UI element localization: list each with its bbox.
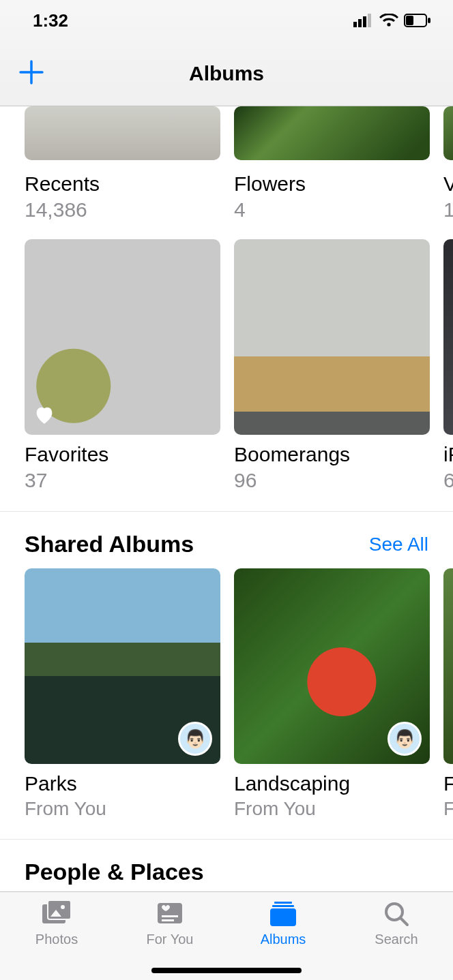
album-flowers[interactable]: Flowers 4 bbox=[234, 106, 430, 221]
svg-line-21 bbox=[400, 918, 407, 925]
page-title: Albums bbox=[189, 62, 264, 85]
status-icons bbox=[353, 14, 431, 27]
tab-search[interactable]: Search bbox=[340, 900, 453, 980]
album-boomerangs[interactable]: Boomerangs 96 bbox=[234, 239, 430, 492]
album-thumbnail bbox=[443, 568, 453, 764]
tab-label: For You bbox=[113, 932, 227, 947]
tab-bar: Photos For You Albums Search bbox=[0, 891, 453, 980]
svg-rect-15 bbox=[162, 915, 178, 917]
album-favorites[interactable]: Favorites 37 bbox=[25, 239, 220, 492]
svg-rect-3 bbox=[368, 14, 371, 27]
heart-icon bbox=[33, 403, 56, 427]
album-title: V bbox=[443, 172, 453, 196]
foryou-icon bbox=[155, 900, 185, 928]
album-thumbnail bbox=[25, 239, 220, 435]
my-albums-row-1[interactable]: Recents 14,386 Flowers 4 V 1 bbox=[0, 106, 453, 221]
album-count: 96 bbox=[234, 469, 430, 492]
album-count: 14,386 bbox=[25, 198, 220, 221]
search-icon bbox=[383, 900, 410, 928]
add-button[interactable] bbox=[19, 57, 44, 90]
album-title: Flowers bbox=[234, 172, 430, 196]
album-count: 37 bbox=[25, 469, 220, 492]
album-thumbnail: 👨🏻 bbox=[234, 568, 430, 764]
svg-rect-0 bbox=[353, 22, 357, 27]
home-indicator[interactable] bbox=[151, 968, 302, 973]
albums-icon bbox=[266, 900, 300, 928]
shared-album-landscaping[interactable]: 👨🏻 Landscaping From You bbox=[234, 568, 430, 820]
svg-rect-1 bbox=[358, 19, 362, 27]
shared-album-partial[interactable]: F F bbox=[443, 568, 453, 820]
album-thumbnail bbox=[25, 106, 220, 160]
nav-bar: Albums bbox=[0, 41, 453, 106]
album-thumbnail bbox=[443, 106, 453, 160]
album-thumbnail bbox=[443, 239, 453, 435]
shared-albums-row[interactable]: 👨🏻 Parks From You 👨🏻 Landscaping From Yo… bbox=[0, 568, 453, 820]
album-subtitle: F bbox=[443, 798, 453, 820]
album-title: iP bbox=[443, 443, 453, 466]
svg-rect-2 bbox=[363, 16, 366, 27]
cell-signal-icon bbox=[353, 14, 374, 27]
my-albums-row-2[interactable]: Favorites 37 Boomerangs 96 iP 6 bbox=[0, 239, 453, 492]
tab-photos[interactable]: Photos bbox=[0, 900, 113, 980]
album-partial[interactable]: iP 6 bbox=[443, 239, 453, 492]
svg-point-4 bbox=[387, 22, 390, 26]
tab-label: Albums bbox=[227, 932, 340, 947]
album-subtitle: From You bbox=[25, 798, 220, 820]
album-count: 1 bbox=[443, 198, 453, 221]
album-subtitle: From You bbox=[234, 798, 430, 820]
section-title: Shared Albums bbox=[25, 531, 194, 557]
album-thumbnail: 👨🏻 bbox=[25, 568, 220, 764]
album-title: Recents bbox=[25, 172, 220, 196]
album-title: Landscaping bbox=[234, 772, 430, 795]
wifi-icon bbox=[379, 14, 398, 27]
photos-icon bbox=[41, 900, 72, 928]
owner-avatar: 👨🏻 bbox=[178, 722, 212, 756]
tab-label: Search bbox=[340, 932, 453, 947]
svg-point-13 bbox=[61, 905, 65, 909]
album-partial[interactable]: V 1 bbox=[443, 106, 453, 221]
svg-rect-19 bbox=[270, 908, 296, 926]
content-scroll[interactable]: Recents 14,386 Flowers 4 V 1 Favorites 3… bbox=[0, 106, 453, 891]
shared-albums-header: Shared Albums See All bbox=[0, 511, 453, 568]
owner-avatar: 👨🏻 bbox=[388, 722, 422, 756]
section-title: People & Places bbox=[25, 859, 204, 885]
album-count: 4 bbox=[234, 198, 430, 221]
people-places-header: People & Places bbox=[0, 839, 453, 891]
album-recents[interactable]: Recents 14,386 bbox=[25, 106, 220, 221]
plus-icon bbox=[19, 60, 44, 85]
svg-rect-7 bbox=[428, 18, 430, 23]
tab-label: Photos bbox=[0, 932, 113, 947]
svg-rect-6 bbox=[406, 16, 413, 25]
status-bar: 1:32 bbox=[0, 0, 453, 41]
shared-album-parks[interactable]: 👨🏻 Parks From You bbox=[25, 568, 220, 820]
album-title: Parks bbox=[25, 772, 220, 795]
svg-rect-16 bbox=[162, 919, 174, 921]
album-title: Favorites bbox=[25, 443, 220, 466]
status-time: 1:32 bbox=[33, 10, 68, 31]
album-title: F bbox=[443, 772, 453, 795]
album-title: Boomerangs bbox=[234, 443, 430, 466]
battery-icon bbox=[404, 14, 431, 27]
see-all-link[interactable]: See All bbox=[369, 534, 428, 555]
album-count: 6 bbox=[443, 469, 453, 492]
svg-rect-17 bbox=[274, 902, 292, 904]
album-thumbnail bbox=[234, 106, 430, 160]
album-thumbnail bbox=[234, 239, 430, 435]
svg-rect-18 bbox=[272, 905, 294, 907]
